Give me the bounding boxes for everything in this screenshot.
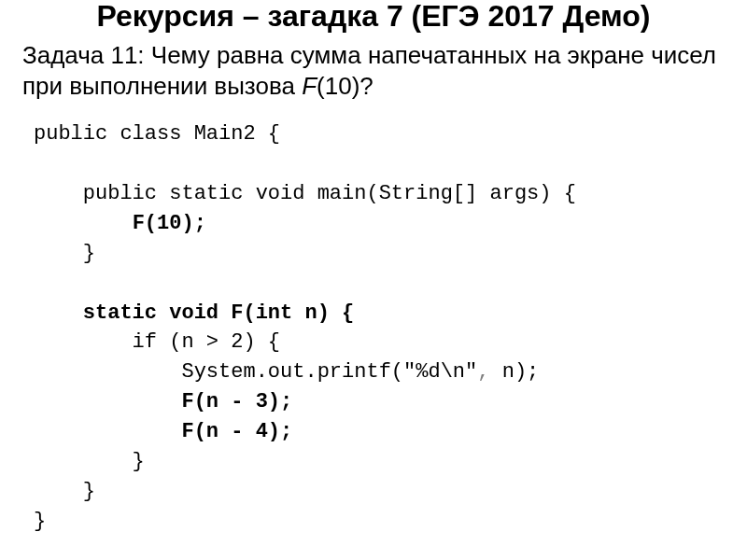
problem-text: Задача 11: Чему равна сумма напечатанных… xyxy=(22,40,725,101)
code-line-10-call: F(n - 3); xyxy=(181,390,292,413)
code-line-5: } xyxy=(34,242,95,265)
code-line-14: } xyxy=(34,510,46,533)
slide: Рекурсия – загадка 7 (ЕГЭ 2017 Демо) Зад… xyxy=(0,0,747,537)
problem-suffix: (10)? xyxy=(317,72,374,100)
problem-fn: F xyxy=(302,72,317,100)
code-line-9-grey: , xyxy=(477,360,501,384)
code-line-11-indent xyxy=(34,420,181,443)
code-line-7-indent xyxy=(34,301,83,325)
code-line-9: System.out.printf("%d\n" xyxy=(34,360,477,384)
page-title: Рекурсия – загадка 7 (ЕГЭ 2017 Демо) xyxy=(22,0,725,33)
code-line-11-call: F(n - 4); xyxy=(181,420,292,443)
code-line-4-indent xyxy=(34,212,133,235)
code-line-3: public static void main(String[] args) { xyxy=(34,182,576,205)
code-line-8: if (n > 2) { xyxy=(34,330,280,354)
code-line-7-sig: static void F(int n) { xyxy=(83,301,354,325)
code-line-10-indent xyxy=(34,390,181,413)
code-line-13: } xyxy=(34,480,95,503)
code-line-4-call: F(10); xyxy=(133,212,206,235)
code-line-9-tail: n); xyxy=(502,360,540,384)
code-line-1: public class Main2 { xyxy=(34,122,280,146)
code-block: public class Main2 { public static void … xyxy=(22,119,725,536)
code-line-12: } xyxy=(34,450,145,473)
